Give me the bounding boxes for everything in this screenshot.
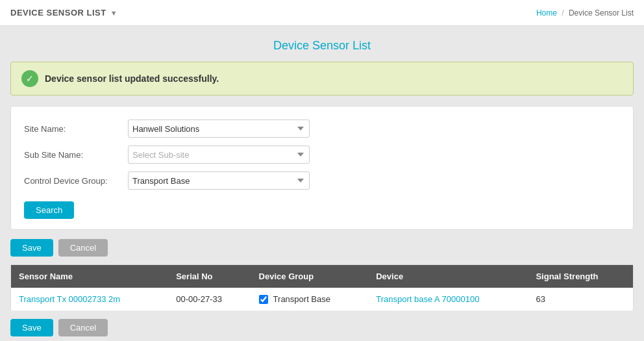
control-device-group-row: Control Device Group: Transport Base [24, 171, 620, 190]
serial-no-cell: 00-00-27-33 [168, 288, 251, 311]
table-row: Transport Tx 00002733 2m00-00-27-33Trans… [11, 288, 634, 311]
nav-left: DEVICE SENSOR LIST ▼ [10, 8, 118, 18]
sub-site-select[interactable]: Select Sub-site [128, 145, 310, 164]
signal-strength-cell: 63 [528, 288, 633, 311]
breadcrumb: Home / Device Sensor List [536, 8, 634, 18]
success-icon: ✓ [21, 70, 38, 87]
filter-panel: Site Name: Hanwell Solutions Sub Site Na… [10, 106, 634, 230]
success-banner: ✓ Device sensor list updated successfull… [10, 62, 634, 95]
device-group-cell: Transport Base [251, 288, 369, 311]
col-serial-no: Serial No [168, 265, 251, 288]
col-sensor-name: Sensor Name [11, 265, 169, 288]
control-device-group-label: Control Device Group: [24, 176, 128, 186]
breadcrumb-separator: / [562, 8, 564, 18]
sensor-name-cell: Transport Tx 00002733 2m [11, 288, 169, 311]
top-save-button[interactable]: Save [10, 239, 53, 257]
site-name-row: Site Name: Hanwell Solutions [24, 120, 620, 138]
col-device: Device [368, 265, 528, 288]
device-group-label: Transport Base [273, 294, 330, 304]
sub-site-label: Sub Site Name: [24, 150, 128, 160]
table-header-row: Sensor Name Serial No Device Group Devic… [11, 265, 634, 288]
breadcrumb-current: Device Sensor List [569, 8, 634, 18]
top-cancel-button[interactable]: Cancel [58, 239, 108, 257]
col-signal-strength: Signal Strength [528, 265, 633, 288]
site-name-label: Site Name: [24, 124, 128, 134]
site-name-select[interactable]: Hanwell Solutions [128, 120, 310, 138]
device-group-checkbox[interactable] [259, 295, 268, 304]
bottom-action-row: Save Cancel [10, 319, 634, 336]
device-cell: Transport base A 70000100 [368, 288, 528, 311]
control-device-group-select[interactable]: Transport Base [128, 171, 310, 190]
bottom-save-button[interactable]: Save [10, 319, 53, 336]
bottom-cancel-button[interactable]: Cancel [58, 319, 108, 336]
col-device-group: Device Group [251, 265, 369, 288]
nav-dropdown-icon[interactable]: ▼ [110, 9, 118, 17]
sensor-name-link[interactable]: Transport Tx 00002733 2m [19, 294, 120, 304]
device-link[interactable]: Transport base A 70000100 [376, 294, 479, 304]
page-title: Device Sensor List [10, 39, 634, 53]
success-message: Device sensor list updated successfully. [45, 73, 219, 84]
sensor-table: Sensor Name Serial No Device Group Devic… [10, 264, 634, 311]
top-nav: DEVICE SENSOR LIST ▼ Home / Device Senso… [0, 0, 644, 26]
sub-site-row: Sub Site Name: Select Sub-site [24, 145, 620, 164]
top-action-row: Save Cancel [10, 239, 634, 257]
page-content: Device Sensor List ✓ Device sensor list … [0, 26, 644, 341]
breadcrumb-home-link[interactable]: Home [536, 8, 557, 18]
app-title: DEVICE SENSOR LIST [10, 8, 106, 18]
search-button[interactable]: Search [24, 201, 74, 219]
